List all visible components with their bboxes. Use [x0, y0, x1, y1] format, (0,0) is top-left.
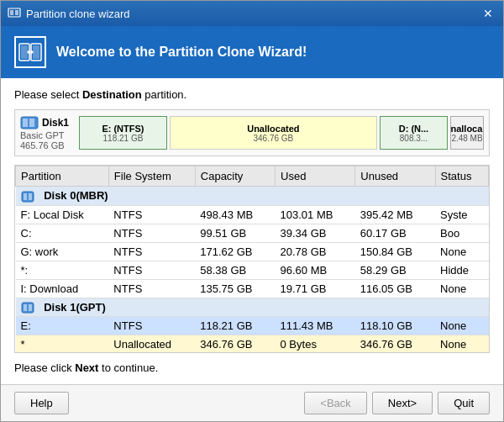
table-row[interactable]: * Unallocated 346.76 GB 0 Bytes 346.76 G…: [16, 335, 489, 353]
svg-rect-12: [29, 119, 34, 127]
cell-unused: 150.84 GB: [355, 242, 435, 261]
cell-fs: NTFS: [108, 205, 195, 224]
cell-capacity: 118.21 GB: [195, 317, 275, 335]
partition-bar-d[interactable]: D: (N... 808.3...: [380, 116, 448, 150]
cell-fs: NTFS: [108, 317, 195, 335]
cell-status: Boo: [435, 224, 488, 242]
group-label: Disk 1(GPT): [16, 298, 489, 317]
disk-selector: Disk1 Basic GPT 465.76 GB E: (NTFS) 118.…: [14, 109, 490, 156]
cell-capacity: 498.43 MB: [195, 205, 275, 224]
svg-rect-2: [15, 10, 18, 15]
header-icon: [14, 36, 46, 68]
cell-partition: E:: [16, 317, 109, 335]
cell-partition: C:: [16, 224, 109, 242]
cell-capacity: 346.76 GB: [195, 335, 275, 353]
svg-rect-6: [33, 45, 39, 59]
partition-bar-unalloc2[interactable]: Unalloca... 2.48 MB: [450, 116, 484, 150]
table-group-row: Disk 0(MBR): [16, 187, 489, 206]
svg-rect-4: [21, 45, 28, 59]
cell-partition: G: work: [16, 242, 109, 261]
disk-size: 465.76 GB: [20, 140, 65, 150]
footer-prefix: Please click: [14, 361, 75, 374]
cell-unused: 346.76 GB: [355, 335, 435, 353]
cell-used: 96.60 MB: [276, 261, 355, 279]
col-capacity: Capacity: [195, 166, 275, 187]
footer-text: Please click Next to continue.: [14, 361, 490, 374]
partition-bar-unalloc[interactable]: Unallocated 346.76 GB: [170, 116, 377, 150]
subtitle: Please select Destination partition.: [14, 88, 490, 101]
help-button[interactable]: Help: [14, 392, 69, 414]
cell-capacity: 58.38 GB: [195, 261, 275, 279]
table-row[interactable]: *: NTFS 58.38 GB 96.60 MB 58.29 GB Hidde: [16, 261, 489, 279]
cell-status: None: [435, 317, 488, 335]
cell-partition: *: [16, 335, 109, 353]
subtitle-bold: Destination: [82, 88, 142, 101]
col-used: Used: [276, 166, 355, 187]
table-row[interactable]: E: NTFS 118.21 GB 111.43 MB 118.10 GB No…: [16, 317, 489, 335]
disk-group-icon: [21, 189, 41, 202]
disk-info: Disk1 Basic GPT 465.76 GB: [20, 115, 69, 150]
subtitle-rest: partition.: [142, 88, 186, 101]
col-filesystem: File System: [108, 166, 195, 187]
part-size-unalloc: 346.76 GB: [253, 134, 293, 143]
cell-partition: F: Local Disk: [16, 205, 109, 224]
col-partition: Partition: [16, 166, 109, 187]
header-title: Welcome to the Partition Clone Wizard!: [56, 45, 307, 60]
title-bar: Partition clone wizard ✕: [1, 1, 503, 26]
back-button[interactable]: <Back: [304, 392, 367, 414]
app-icon: [8, 6, 21, 22]
content-area: Please select Destination partition. Dis…: [1, 78, 503, 384]
table-row[interactable]: C: NTFS 99.51 GB 39.34 GB 60.17 GB Boo: [16, 224, 489, 242]
cell-unused: 116.05 GB: [355, 279, 435, 298]
cell-fs: NTFS: [108, 224, 195, 242]
svg-rect-17: [24, 304, 27, 311]
cell-status: Hidde: [435, 261, 488, 279]
cell-partition: I: Download: [16, 279, 109, 298]
cell-used: 19.71 GB: [276, 279, 355, 298]
cell-used: 39.34 GB: [276, 224, 355, 242]
table-group-row: Disk 1(GPT): [16, 298, 489, 317]
table-row[interactable]: G: work NTFS 171.62 GB 20.78 GB 150.84 G…: [16, 242, 489, 261]
part-size-d: 808.3...: [400, 134, 428, 143]
cell-used: 111.43 MB: [276, 317, 355, 335]
disk-name: Disk1: [42, 117, 69, 129]
cell-capacity: 171.62 GB: [195, 242, 275, 261]
disk-group-icon: [21, 301, 41, 314]
nav-buttons: <Back Next> Quit: [304, 392, 490, 414]
cell-unused: 395.42 MB: [355, 205, 435, 224]
partition-bars: E: (NTFS) 118.21 GB Unallocated 346.76 G…: [79, 116, 484, 150]
title-bar-text: Partition clone wizard: [26, 8, 480, 20]
cell-used: 103.01 MB: [276, 205, 355, 224]
table-row[interactable]: I: Download NTFS 135.75 GB 19.71 GB 116.…: [16, 279, 489, 298]
col-unused: Unused: [355, 166, 435, 187]
disk-type: Basic GPT: [20, 130, 65, 140]
main-window: Partition clone wizard ✕ Welcome to the …: [0, 0, 504, 422]
close-button[interactable]: ✕: [480, 5, 496, 22]
cell-capacity: 99.51 GB: [195, 224, 275, 242]
part-label-unalloc: Unallocated: [247, 124, 299, 134]
cell-unused: 118.10 GB: [355, 317, 435, 335]
button-bar: Help <Back Next> Quit: [1, 384, 503, 421]
cell-status: Syste: [435, 205, 488, 224]
next-button[interactable]: Next>: [372, 392, 433, 414]
table-row[interactable]: F: Local Disk NTFS 498.43 MB 103.01 MB 3…: [16, 205, 489, 224]
subtitle-text: Please select: [14, 88, 82, 101]
partition-bar-e[interactable]: E: (NTFS) 118.21 GB: [79, 116, 167, 150]
cell-used: 0 Bytes: [276, 335, 355, 353]
part-label-d: D: (N...: [399, 124, 428, 134]
quit-button[interactable]: Quit: [438, 392, 490, 414]
disk-icon: [20, 115, 39, 130]
cell-status: None: [435, 242, 488, 261]
col-status: Status: [435, 166, 488, 187]
cell-fs: NTFS: [108, 261, 195, 279]
footer-bold: Next: [75, 361, 98, 374]
part-label-e: E: (NTFS): [102, 124, 144, 134]
cell-status: None: [435, 335, 488, 353]
svg-rect-15: [29, 193, 32, 200]
svg-rect-18: [29, 304, 32, 311]
cell-unused: 60.17 GB: [355, 224, 435, 242]
cell-capacity: 135.75 GB: [195, 279, 275, 298]
cell-used: 20.78 GB: [276, 242, 355, 261]
svg-rect-11: [23, 119, 28, 127]
partition-table-container[interactable]: Partition File System Capacity Used Unus…: [14, 165, 490, 353]
